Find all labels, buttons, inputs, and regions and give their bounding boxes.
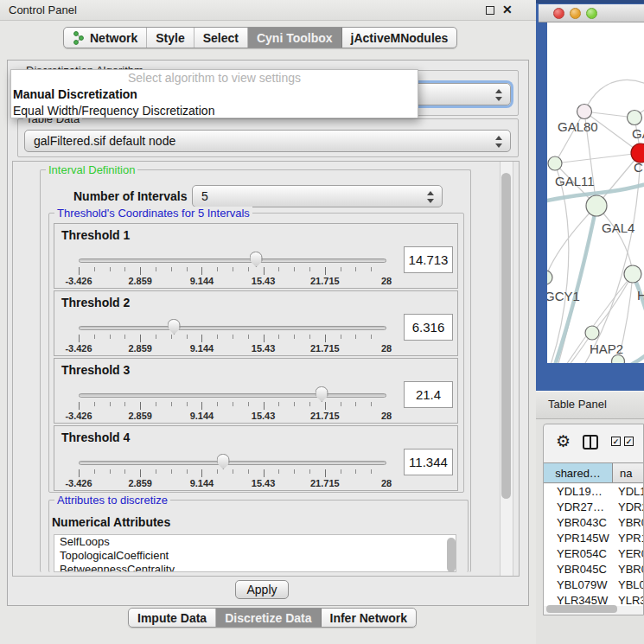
control-panel-titlebar xyxy=(0,0,536,21)
column-layout-icon[interactable] xyxy=(583,435,598,450)
threshold-4-row: Threshold 4 -3.426 2.859 9.144 15.43 21.… xyxy=(54,425,458,491)
list-scrollbar-thumb[interactable] xyxy=(447,538,456,572)
control-panel-window: Control Panel ✕ Network Style Select Cyn… xyxy=(0,0,536,644)
threshold-1-thumb[interactable] xyxy=(250,252,263,267)
interval-definition-title: Interval Definition xyxy=(46,163,137,176)
combo-stepper-icon xyxy=(495,88,503,102)
threshold-2-label: Threshold 2 xyxy=(61,296,130,309)
tick-label: 15.43 xyxy=(252,478,276,488)
tick-label: 2.859 xyxy=(128,411,152,421)
threshold-4-value-field[interactable]: 11.344 xyxy=(404,449,453,475)
threshold-3-slider[interactable]: -3.426 2.859 9.144 15.43 21.715 28 xyxy=(79,386,386,423)
table-header-row: shared… na xyxy=(544,462,644,483)
tab-impute-data[interactable]: Impute Data xyxy=(129,609,216,627)
table-row[interactable]: YDL19…YDL1 xyxy=(544,484,644,500)
node-label-c: C xyxy=(634,160,643,175)
table-row[interactable]: YDR27…YDR2 xyxy=(544,500,644,515)
numerical-attributes-label: Numerical Attributes xyxy=(52,515,170,529)
slider-track[interactable] xyxy=(79,326,386,330)
tick-label: 15.43 xyxy=(252,411,276,421)
network-canvas[interactable]: GAL80 GA C GAL11 GAL4 GCY1 HA HAP2 xyxy=(547,22,644,363)
node-ga[interactable] xyxy=(628,111,642,125)
node-label-gal11: GAL11 xyxy=(555,174,595,188)
tick-label: 21.715 xyxy=(310,411,340,421)
node-h[interactable] xyxy=(624,265,641,283)
column-header-name[interactable]: na xyxy=(613,463,644,482)
tick-label: 9.144 xyxy=(190,478,214,488)
checkbox-icon[interactable]: ✓ xyxy=(624,437,634,446)
cyni-mode-tabs: Impute Data Discretize Data Infer Networ… xyxy=(128,608,417,628)
list-item-betweennesscentrality[interactable]: BetweennessCentrality xyxy=(54,563,456,572)
node-label-ha: HA xyxy=(637,288,644,303)
threshold-2-thumb[interactable] xyxy=(168,319,181,335)
slider-track[interactable] xyxy=(79,461,386,465)
vertical-scrollbar-thumb[interactable] xyxy=(501,173,511,499)
table-row[interactable]: YBL079WYBL0 xyxy=(544,577,644,593)
slider-track[interactable] xyxy=(79,258,386,263)
threshold-4-thumb[interactable] xyxy=(217,454,230,469)
tick-label: 21.715 xyxy=(310,276,340,286)
tab-discretize-data[interactable]: Discretize Data xyxy=(216,609,321,627)
table-row[interactable]: YLR345WYLR3 xyxy=(544,593,644,606)
node-gal80[interactable] xyxy=(577,105,592,119)
control-panel-title: Control Panel xyxy=(9,3,77,16)
tab-select[interactable]: Select xyxy=(194,28,248,48)
table-row[interactable]: YPR145WYPR1 xyxy=(544,531,644,546)
table-data-value: galFiltered.sif default node xyxy=(34,134,175,148)
tick-label: 15.43 xyxy=(252,343,276,354)
dropdown-option-equal-width[interactable]: Equal Width/Frequency Discretization xyxy=(11,103,418,119)
list-item-topologicalcoefficient[interactable]: TopologicalCoefficient xyxy=(54,549,456,563)
screen: Control Panel ✕ Network Style Select Cyn… xyxy=(0,0,644,644)
apply-button[interactable]: Apply xyxy=(235,580,289,599)
list-item-selfloops[interactable]: SelfLoops xyxy=(54,535,456,549)
tick-label: 9.144 xyxy=(190,411,214,421)
tick-label: -3.426 xyxy=(65,343,92,354)
network-window-titlebar[interactable] xyxy=(539,4,644,22)
threshold-1-value-field[interactable]: 14.713 xyxy=(404,246,453,273)
table-data-combobox[interactable]: galFiltered.sif default node xyxy=(24,130,511,152)
slider-major-ticks xyxy=(79,402,386,410)
slider-major-ticks xyxy=(79,469,386,477)
combo-stepper-icon xyxy=(427,190,435,204)
threshold-2-value-field[interactable]: 6.316 xyxy=(404,314,453,341)
threshold-3-value-field[interactable]: 21.4 xyxy=(404,381,453,408)
float-window-icon[interactable] xyxy=(486,6,494,15)
table-row[interactable]: YER054CYER0 xyxy=(544,546,644,562)
numerical-attributes-list: SelfLoops TopologicalCoefficient Between… xyxy=(54,534,456,572)
tab-infer-network[interactable]: Infer Network xyxy=(322,609,416,627)
tab-style[interactable]: Style xyxy=(147,28,194,48)
number-of-intervals-label: Number of Intervals xyxy=(73,189,187,203)
traffic-light-close-icon[interactable] xyxy=(553,8,564,19)
tick-label: 2.859 xyxy=(128,343,152,354)
threshold-3-row: Threshold 3 -3.426 2.859 9.144 15.43 21.… xyxy=(54,358,458,424)
slider-track[interactable] xyxy=(79,393,386,398)
node-gcy1[interactable] xyxy=(547,271,552,284)
tab-cyni-toolbox[interactable]: Cyni Toolbox xyxy=(248,28,342,48)
horizontal-scrollbar-thumb[interactable] xyxy=(546,605,617,613)
threshold-4-slider[interactable]: -3.426 2.859 9.144 15.43 21.715 28 xyxy=(79,454,386,490)
tick-label: 21.715 xyxy=(310,343,340,354)
node-hap2[interactable] xyxy=(585,326,599,340)
table-row[interactable]: YBR045CYBR0 xyxy=(544,562,644,577)
gear-icon[interactable]: ⚙ xyxy=(556,433,571,450)
traffic-light-zoom-icon[interactable] xyxy=(586,8,597,19)
node-gal4[interactable] xyxy=(586,195,607,216)
tab-network[interactable]: Network xyxy=(64,28,147,48)
tab-jactivemnodules[interactable]: jActiveMNodules xyxy=(342,28,457,48)
close-icon[interactable]: ✕ xyxy=(502,3,513,16)
node-gal11[interactable] xyxy=(548,156,562,170)
table-row[interactable]: YBR043CYBR0 xyxy=(544,515,644,531)
tick-label: 28 xyxy=(381,411,392,421)
checkbox-icon[interactable]: ✓ xyxy=(611,437,621,446)
threshold-3-thumb[interactable] xyxy=(316,386,328,402)
tick-label: 9.144 xyxy=(190,343,214,354)
threshold-2-slider[interactable]: -3.426 2.859 9.144 15.43 21.715 28 xyxy=(79,319,386,355)
threshold-1-slider[interactable]: -3.426 2.859 9.144 15.43 21.715 28 xyxy=(79,252,386,288)
dropdown-option-manual[interactable]: Manual Discretization xyxy=(11,86,418,103)
slider-major-ticks xyxy=(79,267,386,275)
column-header-shared-name[interactable]: shared… xyxy=(544,463,613,482)
traffic-light-minimize-icon[interactable] xyxy=(570,8,581,19)
network-graph: GAL80 GA C GAL11 GAL4 GCY1 HA HAP2 xyxy=(547,22,644,363)
number-of-intervals-combobox[interactable]: 5 xyxy=(192,185,443,207)
algorithm-dropdown-popup: Select algorithm to view settings Manual… xyxy=(10,69,418,118)
